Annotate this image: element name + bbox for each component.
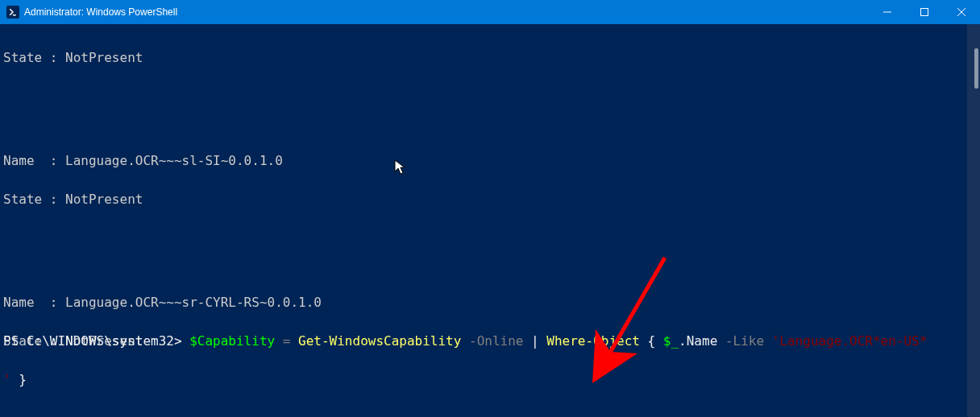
token-brace: } <box>11 372 27 387</box>
minimize-button[interactable] <box>869 0 906 24</box>
token-flag: -Online <box>461 333 523 349</box>
token-operator: = <box>275 333 298 349</box>
powershell-icon <box>6 6 19 19</box>
prompt-line[interactable]: PS C:\WINDOWS\system32> $Capability = Ge… <box>3 309 977 412</box>
window-title: Administrator: Windows PowerShell <box>24 6 177 18</box>
scrollbar-thumb[interactable] <box>974 48 978 89</box>
output-line: State : NotPresent <box>3 193 977 206</box>
token-pipe: | <box>523 333 546 349</box>
token-string: ' <box>772 333 780 349</box>
maximize-button[interactable] <box>906 0 943 24</box>
token-operator: -Like <box>717 333 771 349</box>
token-brace: { <box>640 333 663 349</box>
prompt-prefix: PS C:\WINDOWS\system32> <box>3 333 189 349</box>
titlebar[interactable]: Administrator: Windows PowerShell <box>0 0 980 24</box>
output-line: Name : Language.OCR~~~sl-SI~0.0.1.0 <box>3 155 977 167</box>
token-variable: $Capability <box>189 333 275 349</box>
terminal-output[interactable]: State : NotPresent Name : Language.OCR~~… <box>0 24 980 417</box>
output-line: State : NotPresent <box>3 52 977 64</box>
token-command: Where-Object <box>546 333 640 349</box>
output-line: Name : Language.OCR~~~sr-CYRL-RS~0.0.1.0 <box>3 296 977 309</box>
close-button[interactable] <box>943 0 980 24</box>
token-string: ' <box>3 372 11 387</box>
token-variable: $_ <box>663 333 679 349</box>
vertical-scrollbar[interactable] <box>967 24 980 417</box>
token-command: Get-WindowsCapability <box>298 333 461 349</box>
token-string: Language.OCR*en-US* <box>779 333 927 349</box>
svg-rect-1 <box>921 9 928 16</box>
token-member: .Name <box>679 333 717 349</box>
